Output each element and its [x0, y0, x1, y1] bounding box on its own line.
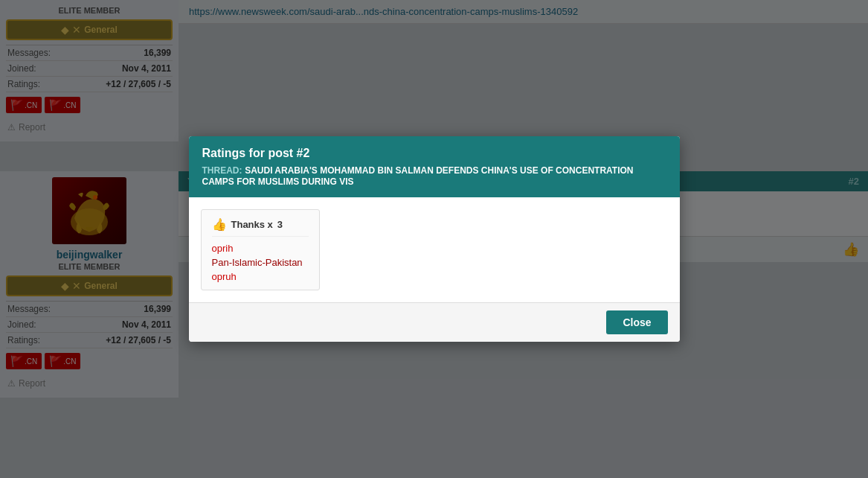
thread-label: THREAD: — [202, 165, 242, 176]
thread-text: SAUDI ARABIA'S MOHAMMAD BIN SALMAN DEFEN… — [202, 165, 634, 187]
rater-item-1[interactable]: oprih — [212, 243, 309, 254]
modal-body: 👍 Thanks x 3 oprih Pan-Islamic-Pakistan … — [189, 197, 680, 302]
rater-item-2[interactable]: Pan-Islamic-Pakistan — [212, 257, 309, 268]
ratings-box: 👍 Thanks x 3 oprih Pan-Islamic-Pakistan … — [201, 209, 320, 290]
modal-close-button[interactable]: Close — [606, 310, 667, 334]
rating-label: Thanks x — [231, 219, 273, 230]
rater-item-3[interactable]: opruh — [212, 271, 309, 282]
modal-overlay: Ratings for post #2 THREAD: SAUDI ARABIA… — [0, 0, 868, 478]
modal-thread-info: THREAD: SAUDI ARABIA'S MOHAMMAD BIN SALM… — [202, 165, 666, 187]
raters-list: oprih Pan-Islamic-Pakistan opruh — [212, 243, 309, 282]
ratings-modal: Ratings for post #2 THREAD: SAUDI ARABIA… — [189, 136, 680, 342]
modal-footer: Close — [189, 302, 680, 342]
modal-title: Ratings for post #2 — [202, 147, 666, 160]
modal-header: Ratings for post #2 THREAD: SAUDI ARABIA… — [189, 136, 680, 197]
rating-count: 3 — [277, 219, 283, 230]
page-background: ELITE MEMBER ◆ ✕ General Messages: 16,39… — [0, 0, 868, 478]
thumb-up-icon: 👍 — [212, 217, 227, 232]
rating-header: 👍 Thanks x 3 — [212, 217, 309, 237]
